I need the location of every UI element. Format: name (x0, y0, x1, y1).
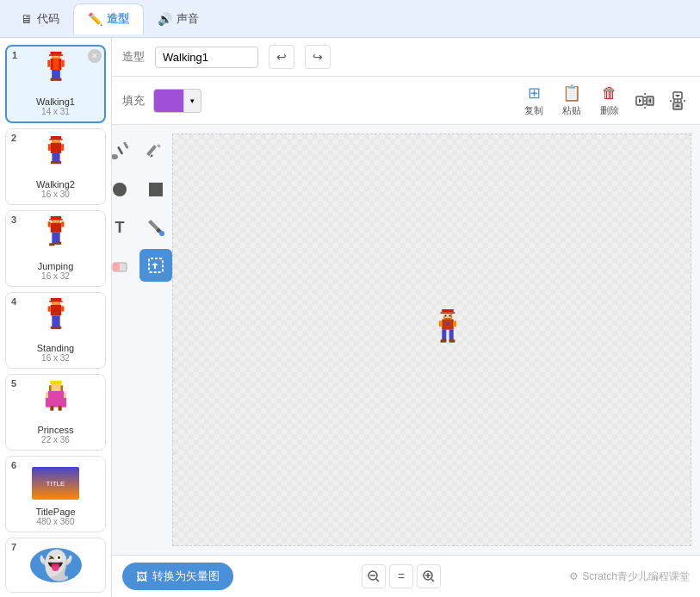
tab-code-label: 代码 (37, 11, 59, 27)
convert-label: 转换为矢量图 (152, 569, 220, 584)
sprite-item-4[interactable]: 4 Standing 16 x 32 (5, 292, 106, 369)
sprite-name-5: Princess (37, 425, 73, 435)
sprite-thumb-1 (30, 52, 82, 95)
sprite-name-2: Walking2 (36, 179, 75, 190)
sprite-number-6: 6 (11, 460, 16, 470)
zoom-reset-button[interactable]: = (389, 564, 413, 588)
svg-marker-72 (150, 154, 153, 158)
svg-rect-26 (49, 219, 63, 221)
svg-rect-32 (49, 243, 54, 246)
brush-icon (112, 142, 129, 161)
delete-sprite-1-button[interactable]: ✕ (88, 49, 102, 63)
svg-rect-43 (50, 326, 55, 329)
svg-rect-21 (50, 161, 55, 164)
sprite-number-1: 1 (12, 50, 17, 60)
sprite-name-1: Walking1 (36, 96, 75, 107)
sprite-size-2: 16 x 30 (41, 190, 70, 199)
svg-rect-36 (50, 298, 61, 301)
sprite-thumb-3 (30, 216, 82, 259)
canvas-container: T (112, 125, 700, 555)
svg-rect-96 (442, 329, 446, 340)
canvas-sprite (436, 309, 460, 354)
flip-horizontal-button[interactable] (633, 89, 657, 113)
rect-icon (146, 180, 165, 199)
sprite-item-1[interactable]: 1 ✕ (5, 45, 106, 123)
svg-rect-93 (446, 322, 449, 325)
flip-h-icon (635, 91, 654, 110)
paste-button[interactable]: 📋 粘贴 (557, 82, 586, 119)
delete-label: 删除 (600, 104, 619, 117)
zoom-in-button[interactable] (417, 564, 441, 588)
sprite-number-7: 7 (11, 542, 16, 552)
delete-button[interactable]: 🗑 删除 (595, 83, 624, 119)
svg-rect-49 (58, 381, 60, 385)
sprite-thumb-4 (30, 298, 82, 341)
fill-label: 填充 (122, 93, 145, 109)
zoom-out-icon (368, 570, 380, 582)
svg-rect-99 (449, 339, 455, 342)
svg-rect-6 (52, 70, 56, 79)
svg-rect-54 (46, 392, 48, 398)
drawing-canvas[interactable] (164, 125, 700, 555)
costume-name-input[interactable] (155, 47, 258, 68)
zoom-out-button[interactable] (362, 564, 386, 588)
tab-sound[interactable]: 🔊 声音 (144, 3, 213, 34)
sprite-size-1: 14 x 31 (41, 107, 70, 116)
svg-rect-51 (60, 385, 63, 391)
zoom-in-icon (423, 570, 435, 582)
svg-rect-75 (149, 183, 163, 196)
sprite-item-3[interactable]: 3 Jumping 16 x 32 (5, 210, 106, 287)
fill-toolbar: 填充 ▾ ⊞ 复制 📋 粘贴 🗑 删除 (112, 77, 700, 125)
eraser-tool[interactable] (112, 249, 136, 282)
canvas-background (172, 134, 691, 546)
main-layout: 1 ✕ (0, 38, 700, 597)
convert-to-vector-button[interactable]: 🖼 转换为矢量图 (122, 563, 233, 590)
svg-rect-28 (47, 221, 50, 227)
tab-costume[interactable]: ✏️ 造型 (73, 3, 144, 34)
svg-marker-66 (675, 95, 680, 97)
paste-icon: 📋 (562, 84, 581, 103)
svg-rect-17 (47, 144, 50, 151)
flip-vertical-button[interactable] (666, 89, 690, 113)
tab-code[interactable]: 🖥 代码 (7, 3, 73, 34)
svg-rect-3 (53, 59, 58, 70)
select-icon (146, 256, 165, 275)
sprite-name-4: Standing (37, 343, 74, 353)
text-tool[interactable]: T (112, 211, 136, 244)
brush-tool[interactable] (112, 135, 136, 168)
redo-button[interactable]: ↪ (305, 45, 331, 69)
fill-swatch[interactable] (153, 89, 184, 113)
svg-rect-38 (50, 305, 61, 316)
sprite-image-2 (44, 136, 68, 176)
svg-rect-98 (440, 339, 446, 342)
svg-rect-29 (61, 221, 64, 227)
code-icon: 🖥 (21, 12, 33, 26)
svg-rect-88 (444, 315, 446, 317)
undo-button[interactable]: ↩ (269, 45, 294, 69)
tab-sound-label: 声音 (177, 11, 199, 27)
sprite-item-2[interactable]: 2 Walking2 16 x 30 (5, 128, 106, 205)
copy-label: 复制 (524, 104, 543, 117)
zoom-controls: = (362, 564, 441, 588)
sprite-item-7[interactable]: 7 👻 (5, 538, 106, 593)
fill-color-picker[interactable]: ▾ (153, 89, 201, 113)
sprite-size-3: 16 x 32 (41, 271, 70, 281)
sprite-number-2: 2 (11, 133, 16, 143)
sprite-item-5[interactable]: 5 (5, 374, 106, 451)
svg-marker-82 (152, 263, 158, 269)
svg-rect-20 (56, 153, 60, 163)
fill-dropdown[interactable]: ▾ (184, 89, 201, 113)
copy-button[interactable]: ⊞ 复制 (519, 82, 548, 119)
svg-rect-8 (50, 78, 55, 81)
sprite-thumb-7: 👻 (30, 544, 82, 587)
sprite-image-5 (42, 381, 70, 422)
svg-rect-5 (48, 54, 62, 56)
svg-rect-55 (64, 392, 66, 398)
sprite-thumb-2 (30, 134, 82, 177)
svg-line-106 (431, 579, 434, 581)
sprite-list: 1 ✕ (0, 38, 112, 597)
circle-tool[interactable] (112, 173, 136, 206)
sprite-item-6[interactable]: 6 TITLE TitlePage 480 x 360 (5, 456, 106, 532)
editor-area: 造型 ↩ ↪ 填充 ▾ ⊞ 复制 📋 粘贴 🗑 删除 (112, 38, 700, 597)
svg-rect-37 (49, 301, 63, 302)
